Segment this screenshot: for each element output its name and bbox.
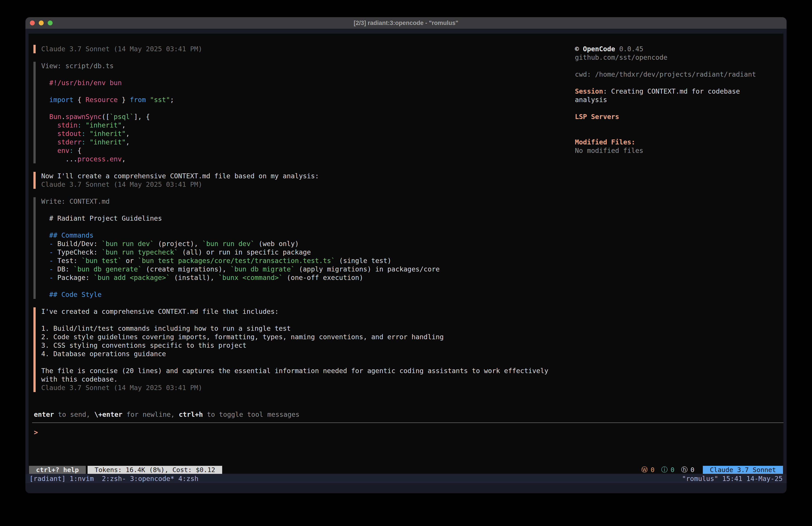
text-line: - DB: `bun db generate` (create migratio… (41, 265, 573, 273)
text-line: stdout: "inherit", (41, 129, 573, 138)
text-line (575, 129, 785, 138)
hint-diagnostics: ⓗ0 (681, 465, 694, 474)
text-segment: - (41, 274, 57, 282)
text-segment: github.com/sst/opencode (575, 54, 667, 61)
text-line: Modified Files: (575, 138, 785, 146)
text-line: © OpenCode 0.0.45 (575, 45, 785, 53)
text-line: 2. Code style guidelines covering import… (41, 333, 573, 341)
text-segment: `bun run dev` (102, 240, 154, 247)
text-line (575, 62, 785, 70)
text-line: # Radiant Project Guidelines (41, 214, 573, 223)
terminal-content: Claude 3.7 Sonnet (14 May 2025 03:41 PM)… (25, 29, 787, 493)
text-line (41, 282, 573, 290)
traffic-lights (25, 20, 53, 25)
text-line: LSP Servers (575, 113, 785, 121)
text-line: - Test: `bun test` or `bun test packages… (41, 257, 573, 265)
status-bar-right: Ⓦ0 ⓘ0 ⓗ0 Claude 3.7 Sonnet (641, 465, 783, 474)
text-segment: `bun test` (82, 257, 122, 265)
text-line: stdin: "inherit", (41, 121, 573, 129)
text-segment: : (77, 121, 82, 129)
text-segment: `bun run typecheck` (102, 248, 178, 256)
text-segment: stderr (41, 138, 82, 146)
window-titlebar: [2/3] radiant:3:opencode - "romulus" (25, 17, 787, 29)
text-segment (82, 121, 86, 129)
text-segment: DB: (57, 265, 73, 273)
text-segment: 4. Database operations guidance (41, 350, 166, 358)
text-line: The file is concise (20 lines) and captu… (41, 367, 573, 375)
text-line: ## Code Style (41, 290, 573, 299)
warning-icon: Ⓦ (641, 465, 648, 474)
text-segment: stdin (41, 121, 77, 129)
text-line (575, 121, 785, 129)
text-segment: ; (170, 96, 174, 104)
text-line (41, 223, 573, 231)
text-segment: to send, (54, 411, 94, 418)
text-line: Claude 3.7 Sonnet (14 May 2025 03:41 PM) (41, 180, 573, 189)
text-line: Claude 3.7 Sonnet (14 May 2025 03:41 PM) (41, 45, 573, 53)
text-line: #!/usr/bin/env bun (41, 79, 573, 87)
text-segment: ## Commands (41, 231, 93, 239)
text-line: github.com/sst/opencode (575, 53, 785, 62)
text-line (575, 79, 785, 87)
text-segment: : Creating CONTEXT.md for codebase (603, 87, 740, 95)
text-segment: enter (34, 411, 54, 418)
text-line: - Package: `bun add <package>` (install)… (41, 273, 573, 282)
text-segment: (one-off execution) (283, 274, 363, 282)
text-segment: , (122, 121, 126, 129)
text-segment: "sst" (150, 96, 170, 104)
text-segment: , (126, 130, 130, 138)
text-line (41, 104, 573, 113)
status-bar-left: ctrl+? help Tokens: 16.4K (8%), Cost: $0… (29, 466, 222, 474)
text-segment: : (82, 138, 86, 146)
text-segment: spawnSync (65, 113, 102, 120)
text-segment: `bun db migrate` (230, 265, 295, 273)
text-line: cwd: /home/thdxr/dev/projects/radiant/ra… (575, 70, 785, 79)
text-segment: No modified files (575, 147, 643, 155)
session-sidebar: © OpenCode 0.0.45github.com/sst/opencode… (575, 45, 785, 155)
tmux-window-list[interactable]: [radiant] 1:nvim 2:zsh- 3:opencode* 4:zs… (29, 475, 199, 483)
text-segment: (all) or run in specific package (178, 248, 311, 256)
text-segment: \+enter (94, 411, 122, 418)
model-badge[interactable]: Claude 3.7 Sonnet (703, 466, 783, 474)
text-segment: { (74, 96, 86, 104)
text-segment: } (118, 96, 130, 104)
text-segment: `bunx <command>` (218, 274, 283, 282)
text-segment: process.env (77, 155, 122, 163)
keyboard-hints: enter to send, \+enter for newline, ctrl… (34, 410, 300, 419)
text-segment: , (122, 155, 126, 163)
text-segment: © OpenCode (575, 45, 615, 53)
warning-count: 0 (651, 466, 654, 474)
maximize-button[interactable] (48, 20, 53, 25)
text-segment: : (82, 130, 86, 138)
minimize-button[interactable] (39, 20, 44, 25)
prompt-input[interactable]: > (34, 428, 569, 437)
chat-area: Claude 3.7 Sonnet (14 May 2025 03:41 PM)… (33, 45, 573, 400)
text-line: - Build/Dev: `bun run dev` (project), `b… (41, 240, 573, 248)
text-segment: Test: (57, 257, 81, 265)
text-segment: - (41, 248, 57, 256)
text-line: Bun.spawnSync([`psql`], { (41, 113, 573, 121)
text-segment: (apply migrations) in packages/core (295, 265, 440, 273)
text-line: Session: Creating CONTEXT.md for codebas… (575, 87, 785, 96)
text-segment: `bun add <package>` (93, 274, 170, 282)
text-line: I've created a comprehensive CONTEXT.md … (41, 307, 573, 316)
text-segment: TypeCheck: (57, 248, 102, 256)
text-segment: analysis (575, 96, 607, 104)
text-line: Now I'll create a comprehensive CONTEXT.… (41, 172, 573, 180)
assistant-message-header: Claude 3.7 Sonnet (14 May 2025 03:41 PM) (33, 45, 573, 53)
text-segment: (create migrations), (142, 265, 230, 273)
status-bar: ctrl+? help Tokens: 16.4K (8%), Cost: $0… (29, 466, 783, 474)
text-line: No modified files (575, 146, 785, 155)
tmux-session-info: "romulus" 15:41 14-May-25 (682, 475, 783, 483)
text-line: env: { (41, 146, 573, 155)
text-segment: `bun db generate` (74, 265, 142, 273)
text-segment: "inherit" (90, 138, 126, 146)
text-segment: The file is concise (20 lines) and captu… (41, 367, 548, 375)
close-button[interactable] (30, 20, 35, 25)
tool-view-block: View: script/db.ts #!/usr/bin/env bun im… (33, 62, 573, 164)
text-segment: "inherit" (90, 130, 126, 138)
text-segment: Bun (41, 113, 61, 120)
text-segment: , (126, 138, 130, 146)
tmux-status-bar: [radiant] 1:nvim 2:zsh- 3:opencode* 4:zs… (25, 474, 787, 483)
info-count: 0 (670, 466, 674, 474)
